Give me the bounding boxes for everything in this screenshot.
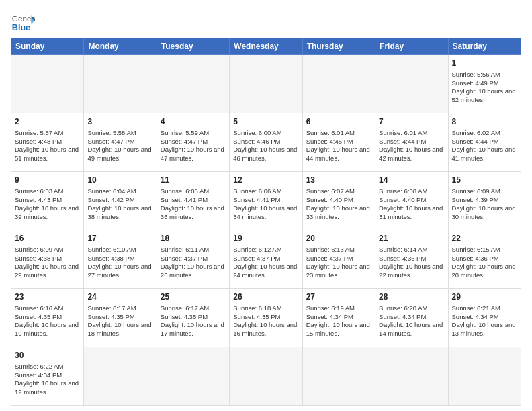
calendar-day-cell: 11Sunrise: 6:05 AM Sunset: 4:41 PM Dayli… bbox=[157, 172, 229, 230]
day-number: 30 bbox=[15, 350, 80, 361]
calendar-day-cell: 8Sunrise: 6:02 AM Sunset: 4:44 PM Daylig… bbox=[448, 113, 521, 172]
day-info: Sunrise: 5:58 AM Sunset: 4:47 PM Dayligh… bbox=[87, 129, 152, 163]
calendar-day-cell bbox=[84, 55, 157, 113]
day-number: 2 bbox=[15, 116, 80, 128]
calendar-day-cell bbox=[11, 55, 84, 113]
day-number: 11 bbox=[161, 175, 226, 186]
day-number: 10 bbox=[87, 175, 152, 186]
day-info: Sunrise: 6:17 AM Sunset: 4:35 PM Dayligh… bbox=[87, 304, 152, 338]
calendar-day-cell: 14Sunrise: 6:08 AM Sunset: 4:40 PM Dayli… bbox=[375, 172, 448, 230]
day-number: 4 bbox=[161, 116, 226, 128]
day-number: 5 bbox=[233, 116, 298, 128]
calendar-day-cell bbox=[230, 347, 302, 406]
day-number: 22 bbox=[452, 233, 517, 244]
calendar-day-cell bbox=[230, 55, 302, 113]
calendar-day-cell: 6Sunrise: 6:01 AM Sunset: 4:45 PM Daylig… bbox=[302, 113, 375, 172]
day-number: 20 bbox=[306, 233, 371, 244]
day-info: Sunrise: 6:19 AM Sunset: 4:34 PM Dayligh… bbox=[306, 304, 371, 338]
calendar-week-row: 23Sunrise: 6:16 AM Sunset: 4:35 PM Dayli… bbox=[11, 289, 521, 347]
weekday-wednesday: Wednesday bbox=[230, 38, 302, 55]
calendar-day-cell bbox=[448, 347, 521, 406]
day-info: Sunrise: 6:09 AM Sunset: 4:38 PM Dayligh… bbox=[15, 246, 80, 280]
day-info: Sunrise: 6:06 AM Sunset: 4:41 PM Dayligh… bbox=[233, 187, 298, 222]
calendar-day-cell: 15Sunrise: 6:09 AM Sunset: 4:39 PM Dayli… bbox=[448, 172, 521, 230]
weekday-monday: Monday bbox=[84, 38, 157, 55]
svg-text:Blue: Blue bbox=[12, 23, 30, 32]
calendar-day-cell bbox=[84, 347, 157, 406]
day-number: 14 bbox=[379, 175, 444, 186]
calendar-day-cell: 7Sunrise: 6:01 AM Sunset: 4:44 PM Daylig… bbox=[375, 113, 448, 172]
calendar-day-cell: 22Sunrise: 6:15 AM Sunset: 4:36 PM Dayli… bbox=[448, 230, 521, 289]
calendar-day-cell: 27Sunrise: 6:19 AM Sunset: 4:34 PM Dayli… bbox=[302, 289, 375, 347]
calendar-week-row: 16Sunrise: 6:09 AM Sunset: 4:38 PM Dayli… bbox=[11, 230, 521, 289]
calendar-day-cell: 2Sunrise: 5:57 AM Sunset: 4:48 PM Daylig… bbox=[11, 113, 84, 172]
calendar-day-cell: 30Sunrise: 6:22 AM Sunset: 4:34 PM Dayli… bbox=[11, 347, 84, 406]
calendar-day-cell: 1Sunrise: 5:56 AM Sunset: 4:49 PM Daylig… bbox=[448, 55, 521, 113]
weekday-thursday: Thursday bbox=[302, 38, 375, 55]
calendar-day-cell: 20Sunrise: 6:13 AM Sunset: 4:37 PM Dayli… bbox=[302, 230, 375, 289]
calendar-day-cell: 5Sunrise: 6:00 AM Sunset: 4:46 PM Daylig… bbox=[230, 113, 302, 172]
weekday-header-row: SundayMondayTuesdayWednesdayThursdayFrid… bbox=[11, 38, 521, 55]
day-number: 9 bbox=[15, 175, 80, 186]
day-number: 19 bbox=[233, 233, 298, 244]
day-number: 18 bbox=[161, 233, 226, 244]
day-number: 6 bbox=[306, 116, 371, 128]
day-info: Sunrise: 6:03 AM Sunset: 4:43 PM Dayligh… bbox=[15, 187, 80, 222]
calendar-day-cell: 21Sunrise: 6:14 AM Sunset: 4:36 PM Dayli… bbox=[375, 230, 448, 289]
day-info: Sunrise: 6:18 AM Sunset: 4:35 PM Dayligh… bbox=[233, 304, 298, 338]
calendar-week-row: 1Sunrise: 5:56 AM Sunset: 4:49 PM Daylig… bbox=[11, 55, 521, 113]
day-info: Sunrise: 6:14 AM Sunset: 4:36 PM Dayligh… bbox=[379, 246, 444, 280]
day-info: Sunrise: 6:08 AM Sunset: 4:40 PM Dayligh… bbox=[379, 187, 444, 222]
calendar-day-cell bbox=[157, 55, 229, 113]
day-info: Sunrise: 6:01 AM Sunset: 4:45 PM Dayligh… bbox=[306, 129, 371, 163]
calendar-day-cell: 24Sunrise: 6:17 AM Sunset: 4:35 PM Dayli… bbox=[84, 289, 157, 347]
day-info: Sunrise: 6:00 AM Sunset: 4:46 PM Dayligh… bbox=[233, 129, 298, 163]
day-number: 29 bbox=[452, 291, 517, 303]
day-info: Sunrise: 6:13 AM Sunset: 4:37 PM Dayligh… bbox=[306, 246, 371, 280]
day-info: Sunrise: 6:10 AM Sunset: 4:38 PM Dayligh… bbox=[87, 246, 152, 280]
calendar-day-cell: 25Sunrise: 6:17 AM Sunset: 4:35 PM Dayli… bbox=[157, 289, 229, 347]
calendar-day-cell: 13Sunrise: 6:07 AM Sunset: 4:40 PM Dayli… bbox=[302, 172, 375, 230]
day-info: Sunrise: 5:56 AM Sunset: 4:49 PM Dayligh… bbox=[452, 71, 517, 105]
calendar-day-cell: 17Sunrise: 6:10 AM Sunset: 4:38 PM Dayli… bbox=[84, 230, 157, 289]
day-number: 17 bbox=[87, 233, 152, 244]
day-info: Sunrise: 6:17 AM Sunset: 4:35 PM Dayligh… bbox=[161, 304, 226, 338]
calendar-day-cell bbox=[375, 55, 448, 113]
calendar-day-cell: 12Sunrise: 6:06 AM Sunset: 4:41 PM Dayli… bbox=[230, 172, 302, 230]
day-info: Sunrise: 6:05 AM Sunset: 4:41 PM Dayligh… bbox=[161, 187, 226, 222]
weekday-tuesday: Tuesday bbox=[157, 38, 229, 55]
calendar-week-row: 2Sunrise: 5:57 AM Sunset: 4:48 PM Daylig… bbox=[11, 113, 521, 172]
logo: General Blue bbox=[11, 11, 35, 35]
weekday-sunday: Sunday bbox=[11, 38, 84, 55]
calendar-day-cell: 10Sunrise: 6:04 AM Sunset: 4:42 PM Dayli… bbox=[84, 172, 157, 230]
calendar-day-cell: 9Sunrise: 6:03 AM Sunset: 4:43 PM Daylig… bbox=[11, 172, 84, 230]
day-number: 15 bbox=[452, 175, 517, 186]
day-number: 16 bbox=[15, 233, 80, 244]
calendar-day-cell bbox=[302, 347, 375, 406]
day-info: Sunrise: 6:21 AM Sunset: 4:34 PM Dayligh… bbox=[452, 304, 517, 338]
page: General Blue SundayMondayTuesdayWednesda… bbox=[0, 0, 532, 411]
calendar-week-row: 30Sunrise: 6:22 AM Sunset: 4:34 PM Dayli… bbox=[11, 347, 521, 406]
calendar-day-cell: 18Sunrise: 6:11 AM Sunset: 4:37 PM Dayli… bbox=[157, 230, 229, 289]
weekday-friday: Friday bbox=[375, 38, 448, 55]
calendar-day-cell: 19Sunrise: 6:12 AM Sunset: 4:37 PM Dayli… bbox=[230, 230, 302, 289]
day-number: 23 bbox=[15, 291, 80, 303]
calendar-day-cell: 29Sunrise: 6:21 AM Sunset: 4:34 PM Dayli… bbox=[448, 289, 521, 347]
day-number: 1 bbox=[452, 58, 517, 69]
day-number: 3 bbox=[87, 116, 152, 128]
day-info: Sunrise: 6:09 AM Sunset: 4:39 PM Dayligh… bbox=[452, 187, 517, 222]
day-number: 13 bbox=[306, 175, 371, 186]
day-number: 27 bbox=[306, 291, 371, 303]
day-info: Sunrise: 5:59 AM Sunset: 4:47 PM Dayligh… bbox=[161, 129, 226, 163]
day-info: Sunrise: 6:07 AM Sunset: 4:40 PM Dayligh… bbox=[306, 187, 371, 222]
calendar-day-cell: 16Sunrise: 6:09 AM Sunset: 4:38 PM Dayli… bbox=[11, 230, 84, 289]
day-number: 25 bbox=[161, 291, 226, 303]
calendar-day-cell: 28Sunrise: 6:20 AM Sunset: 4:34 PM Dayli… bbox=[375, 289, 448, 347]
day-number: 24 bbox=[87, 291, 152, 303]
day-info: Sunrise: 6:01 AM Sunset: 4:44 PM Dayligh… bbox=[379, 129, 444, 163]
calendar-table: SundayMondayTuesdayWednesdayThursdayFrid… bbox=[11, 38, 521, 406]
calendar-day-cell bbox=[302, 55, 375, 113]
day-number: 21 bbox=[379, 233, 444, 244]
day-info: Sunrise: 6:02 AM Sunset: 4:44 PM Dayligh… bbox=[452, 129, 517, 163]
day-number: 8 bbox=[452, 116, 517, 128]
